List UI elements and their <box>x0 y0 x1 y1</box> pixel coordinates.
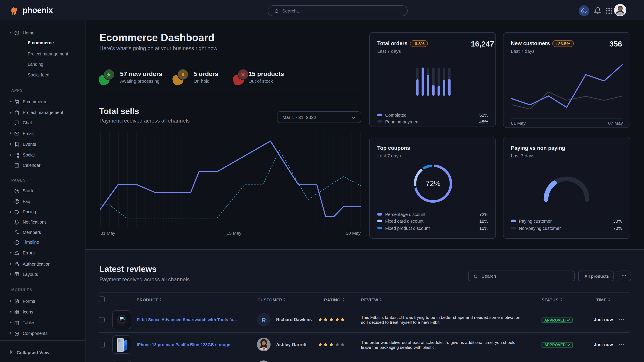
svg-text:R: R <box>262 317 266 323</box>
